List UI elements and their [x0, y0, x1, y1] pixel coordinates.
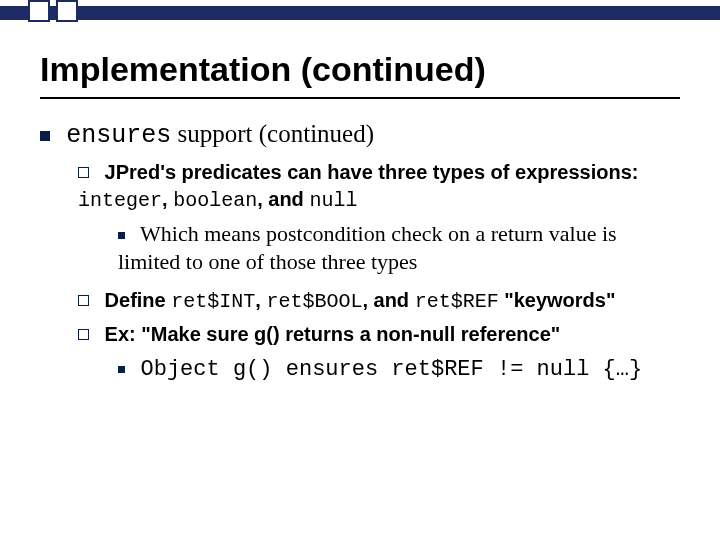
bullet-level1: ensures support (continued) — [40, 117, 680, 153]
bullet-level2: Define ret$INT, ret$BOOL, and ret$REF "k… — [78, 287, 680, 315]
code-text: ret$REF — [415, 290, 499, 313]
text: JPred's predicates can have three types … — [105, 161, 639, 183]
text: support (continued) — [171, 120, 374, 147]
bullet-level3: Which means postcondition check on a ret… — [118, 220, 680, 277]
title-underline — [40, 97, 680, 99]
bullet-level2: JPred's predicates can have three types … — [78, 159, 680, 214]
code-text: ret$BOOL — [266, 290, 362, 313]
decorative-stripe — [0, 6, 720, 20]
text: Which means postcondition check on a ret… — [118, 221, 617, 275]
code-text: integer — [78, 189, 162, 212]
text: , and — [362, 289, 414, 311]
text: , — [162, 188, 173, 210]
code-text: ensures — [66, 121, 171, 150]
text: , and — [257, 188, 309, 210]
decorative-box — [28, 0, 50, 22]
decorative-boxes — [28, 0, 84, 22]
slide-title: Implementation (continued) — [40, 50, 680, 89]
slide-top-stripe — [0, 0, 720, 28]
code-text: Object g() ensures ret$REF != null {…} — [141, 357, 643, 382]
decorative-box — [56, 0, 78, 22]
slide-body: Implementation (continued) ensures suppo… — [0, 28, 720, 385]
text: Ex: "Make sure g() returns a non-null re… — [105, 323, 561, 345]
code-text: boolean — [173, 189, 257, 212]
text: "keywords" — [499, 289, 616, 311]
text: Define — [105, 289, 172, 311]
bullet-level2: Ex: "Make sure g() returns a non-null re… — [78, 321, 680, 348]
code-text: ret$INT — [171, 290, 255, 313]
bullet-level3: Object g() ensures ret$REF != null {…} — [118, 354, 680, 385]
code-text: null — [309, 189, 357, 212]
text: , — [255, 289, 266, 311]
